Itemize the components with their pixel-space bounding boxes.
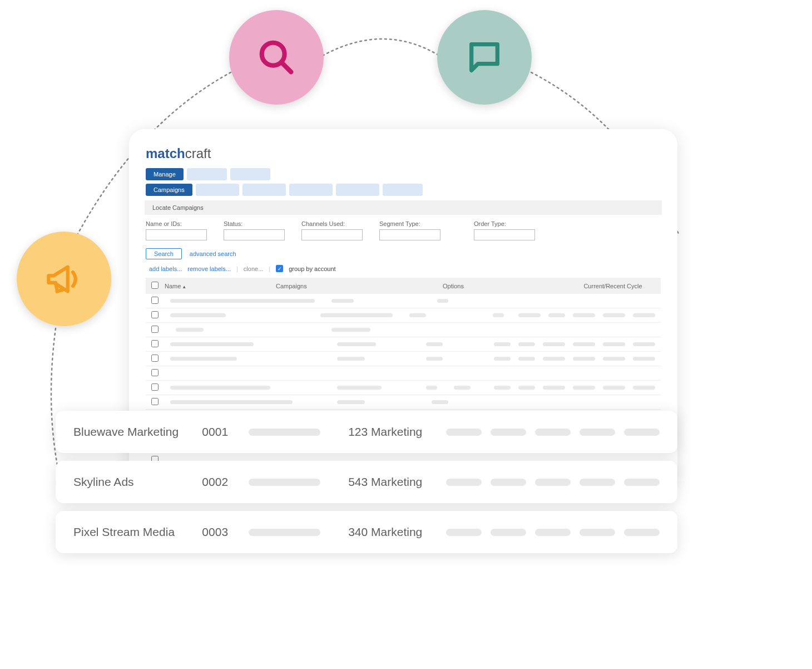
table-header: Name▲ Campaigns Options Current/Recent C… [146,278,661,294]
megaphone-icon [43,258,85,300]
filter-order-label: Order Type: [474,220,535,227]
table-body [146,294,661,483]
label-action-row: add labels... remove labels... | clone..… [146,265,661,272]
section-title: Locate Campaigns [145,200,662,215]
campaign-label: 123 Marketing [348,425,446,439]
order-input[interactable] [474,229,535,240]
campaign-id: 0002 [202,475,248,489]
row-checkbox[interactable] [151,297,159,304]
filter-status: Status: [224,220,285,240]
search-feature-circle [229,10,324,105]
remove-labels-link[interactable]: remove labels... [187,265,231,272]
campaign-name: Bluewave Marketing [73,425,202,439]
placeholder-bar [249,529,321,536]
chat-icon [465,38,504,77]
placeholder-pill [491,429,526,436]
group-by-checkbox[interactable]: ✓ [276,265,283,272]
row-checkbox[interactable] [151,326,159,333]
campaign-label: 340 Marketing [348,525,446,539]
tab-placeholder[interactable] [336,184,379,196]
search-button[interactable]: Search [146,248,182,259]
divider: | [269,265,270,272]
search-icon [257,38,296,77]
metric-pills [446,479,660,486]
table-row [146,366,661,381]
megaphone-feature-circle [17,232,111,326]
campaign-card[interactable]: Skyline Ads 0002 543 Marketing [56,461,677,503]
placeholder-pill [580,529,615,536]
sort-ascending-icon: ▲ [182,284,186,289]
campaign-label: 543 Marketing [348,475,446,489]
table-row [146,323,661,337]
svg-line-1 [281,62,291,72]
logo-part-1: match [146,146,185,161]
tab-placeholder[interactable] [289,184,333,196]
row-checkbox[interactable] [151,311,159,318]
tab-placeholder[interactable] [383,184,423,196]
placeholder-pill [491,529,526,536]
primary-tabs: Manage [146,168,661,180]
filter-status-label: Status: [224,220,285,227]
campaign-card[interactable]: Pixel Stream Media 0003 340 Marketing [56,511,677,553]
placeholder-pill [535,479,571,486]
filter-channels: Channels Used: [301,220,363,240]
placeholder-pill [535,529,571,536]
filter-name-label: Name or IDs: [146,220,207,227]
placeholder-pill [446,479,482,486]
row-checkbox[interactable] [151,340,159,347]
filter-name: Name or IDs: [146,220,207,240]
segment-input[interactable] [379,229,440,240]
channels-input[interactable] [301,229,363,240]
chat-feature-circle [437,10,532,105]
advanced-search-link[interactable]: advanced search [190,250,236,257]
column-cycle[interactable]: Current/Recent Cycle [571,283,655,289]
table-row [146,381,661,395]
column-campaigns[interactable]: Campaigns [276,283,443,289]
placeholder-pill [535,429,571,436]
tab-placeholder[interactable] [196,184,239,196]
name-input[interactable] [146,229,207,240]
filter-row: Name or IDs: Status: Channels Used: Segm… [146,220,661,240]
row-checkbox[interactable] [151,383,159,391]
placeholder-pill [580,429,615,436]
select-all-checkbox[interactable] [151,282,159,289]
placeholder-pill [446,529,482,536]
brand-logo: matchcraft [146,146,661,161]
tab-campaigns[interactable]: Campaigns [146,184,192,196]
column-name[interactable]: Name▲ [165,283,276,289]
clone-link[interactable]: clone... [244,265,263,272]
campaign-name: Pixel Stream Media [73,525,202,539]
campaign-name: Skyline Ads [73,475,202,489]
status-input[interactable] [224,229,285,240]
tab-placeholder[interactable] [242,184,286,196]
table-row [146,294,661,308]
placeholder-pill [624,429,660,436]
campaign-card[interactable]: Bluewave Marketing 0001 123 Marketing [56,411,677,453]
secondary-tabs: Campaigns [146,184,661,196]
filter-segment-label: Segment Type: [379,220,440,227]
column-options[interactable]: Options [443,283,571,289]
logo-part-2: craft [185,146,211,161]
placeholder-pill [624,529,660,536]
table-row [146,308,661,323]
add-labels-link[interactable]: add labels... [149,265,182,272]
table-row [146,352,661,366]
row-checkbox[interactable] [151,398,159,405]
table-row [146,337,661,352]
campaign-id: 0003 [202,525,248,539]
campaign-id: 0001 [202,425,248,439]
filter-channels-label: Channels Used: [301,220,363,227]
filter-order: Order Type: [474,220,535,240]
metric-pills [446,529,660,536]
divider: | [236,265,238,272]
tab-placeholder[interactable] [230,168,270,180]
table-row [146,395,661,410]
search-action-row: Search advanced search [146,248,661,259]
placeholder-bar [249,429,321,436]
group-by-label: group by account [289,265,335,272]
tab-manage[interactable]: Manage [146,168,184,180]
tab-placeholder[interactable] [187,168,227,180]
row-checkbox[interactable] [151,355,159,362]
row-checkbox[interactable] [151,369,159,376]
placeholder-pill [580,479,615,486]
